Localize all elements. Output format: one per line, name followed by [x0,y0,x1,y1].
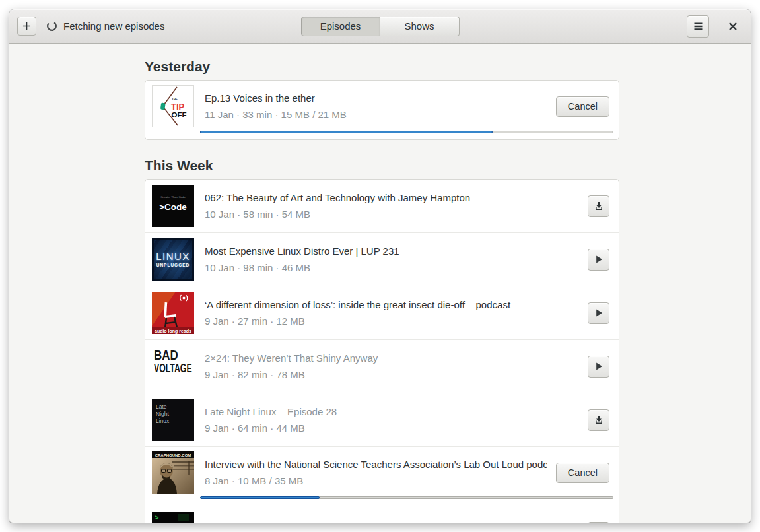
artwork-text: LINUX [156,251,190,261]
play-icon [594,255,604,264]
menu-button[interactable] [687,15,709,38]
artwork-text: Late [156,403,167,410]
episode-meta: 9 Jan · 82 min · 78 MB [205,369,578,380]
download-icon [594,201,604,211]
podcast-artwork-the-tip-off: THE TIP OFF [152,85,194,127]
podcast-artwork-greater-than-code: Greater Than Code >Code [152,185,194,227]
episode-meta: 10 Jan · 98 min · 46 MB [205,262,578,273]
download-episode-button[interactable] [588,409,609,431]
section-title-yesterday: Yesterday [145,58,619,75]
scroll-undershoot-indicator [9,521,751,521]
episode-row: Late Night Linux Late Night Linux – Epis… [145,393,619,446]
progress-fill [200,496,320,499]
artwork-text: audio long reads [155,329,191,334]
artwork-text: TIP [171,102,185,112]
episode-title: Most Expensive Linux Distro Ever | LUP 2… [205,246,578,257]
episode-title: ‘A different dimension of loss’: inside … [205,299,578,310]
section-title-this-week: This Week [145,157,619,174]
podcast-artwork-late-night-linux: Late Night Linux [152,399,194,441]
episode-row: BAD VOLTAGE 2×24: They Weren’t That Shin… [145,339,619,393]
download-progressbar [200,496,613,499]
plus-icon [22,22,31,30]
episodes-scroll-area[interactable]: Yesterday THE TIP OFF [9,44,751,523]
artwork-text: >Code [159,202,187,212]
episode-row: Greater Than Code >Code 062: The Beauty … [145,180,619,232]
loading-spinner-icon [46,20,57,32]
episode-row: audio long reads ‘A different dimension … [145,286,619,339]
episode-row: THE TIP OFF Ep.13 Voices in the ether 11… [145,81,619,139]
episode-meta: 11 Jan · 33 min · 15 MB / 21 MB [205,109,547,120]
episode-title: Ep.13 Voices in the ether [205,92,547,104]
add-podcast-button[interactable] [17,17,36,36]
play-episode-button[interactable] [588,356,609,378]
close-window-button[interactable] [723,17,743,36]
artwork-text: Night [156,411,169,417]
artwork-text: Linux [156,418,170,424]
cancel-download-button[interactable]: Cancel [556,463,609,483]
play-icon [594,362,604,371]
play-icon [594,308,604,317]
episode-title: 062: The Beauty of Art and Technology wi… [205,192,578,203]
artwork-text: OFF [172,111,187,119]
close-icon [728,22,738,31]
yesterday-card: THE TIP OFF Ep.13 Voices in the ether 11… [145,80,619,140]
header-separator [716,18,716,35]
tab-episodes[interactable]: Episodes [301,17,380,36]
artwork-text: VOLTAGE [154,360,187,374]
episode-meta: 9 Jan · 64 min · 44 MB [205,422,578,434]
view-switcher: Episodes Shows [301,17,460,36]
artwork-text: THE [172,98,178,101]
download-episode-button[interactable] [588,522,609,523]
artwork-text: UNPLUGGED [156,263,190,267]
episode-title: Late Night Linux – Episode 28 [205,406,578,417]
header-right-controls [687,15,743,38]
cancel-download-button[interactable]: Cancel [556,96,609,117]
episode-title: 2×24: They Weren’t That Shiny Anyway [205,352,578,364]
download-episode-button[interactable] [588,195,609,217]
episode-row: CRAPHOUND.COM Interview with the Nationa… [145,446,619,506]
episode-meta: 9 Jan · 27 min · 12 MB [205,316,578,327]
episode-row: LINUX UNPLUGGED Most Expensive Linux Dis… [145,232,619,286]
play-episode-button[interactable] [588,249,609,271]
header-bar: Fetching new episodes Episodes Shows [9,9,751,44]
episode-meta: 10 Jan · 58 min · 54 MB [205,209,578,220]
status-text: Fetching new episodes [63,20,164,32]
download-progressbar [200,131,613,133]
podcast-artwork-linux-unplugged: LINUX UNPLUGGED [152,238,194,281]
podcast-artwork-craphound: CRAPHOUND.COM [152,451,194,494]
artwork-text: CRAPHOUND.COM [155,453,191,457]
podcasts-app-window: Fetching new episodes Episodes Shows Yes… [9,9,751,523]
hamburger-icon [693,22,703,31]
play-episode-button[interactable] [588,302,609,324]
episode-meta: 8 Jan · 10 MB / 35 MB [205,475,547,486]
download-icon [594,415,604,425]
podcast-artwork-bad-voltage: BAD VOLTAGE [152,345,194,387]
podcast-artwork-audio-long-reads: audio long reads [152,292,194,334]
tab-shows[interactable]: Shows [380,17,460,36]
this-week-card: Greater Than Code >Code 062: The Beauty … [145,179,619,523]
episode-title: Interview with the National Science Teac… [205,459,547,470]
progress-fill [200,131,493,133]
artwork-text: Greater Than Code [160,195,186,199]
